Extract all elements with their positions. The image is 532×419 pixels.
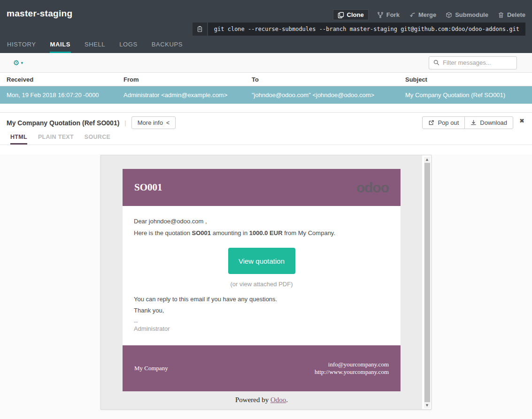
mail-table-header: Received From To Subject — [0, 73, 532, 86]
mail-toolbar: ⚙ ▾ Filter messages... — [0, 53, 532, 73]
column-from: From — [117, 76, 245, 83]
pop-out-icon — [428, 120, 434, 126]
viewer-header: My Company Quotation (Ref SO001) | More … — [0, 113, 532, 129]
git-clone-box: git clone --recurse-submodules --branch … — [193, 23, 525, 36]
scroll-up-icon[interactable]: ▲ — [426, 157, 428, 162]
tab-backups[interactable]: BACKUPS — [151, 37, 183, 53]
viewer-tabs: HTML PLAIN TEXT SOURCE — [0, 129, 532, 145]
search-icon — [433, 60, 439, 66]
cell-from: Administrator <admin@example.com> — [117, 91, 245, 99]
company-email: info@yourcompany.com — [328, 361, 389, 368]
company-website: http://www.yourcompany.com — [315, 368, 389, 375]
viewer-title: My Company Quotation (Ref SO001) — [7, 119, 119, 127]
scroll-thumb[interactable] — [424, 163, 430, 402]
cell-received: Mon, 19 Feb 2018 16:07:20 -0000 — [0, 91, 117, 99]
tab-source[interactable]: SOURCE — [85, 134, 110, 145]
signature-name: Administrator — [134, 325, 389, 332]
more-info-button[interactable]: More info < — [131, 116, 176, 129]
email-document: SO001 odoo Dear johndoe@odoo.com , Here … — [101, 155, 422, 409]
email-preview-area: SO001 odoo Dear johndoe@odoo.com , Here … — [0, 155, 532, 419]
email-body: Dear johndoe@odoo.com , Here is the quot… — [123, 206, 401, 345]
branch-header: master-staging Clone Fork Merge Submodul… — [0, 0, 532, 53]
reply-note: You can reply to this email if you have … — [134, 296, 389, 303]
thanks-line: Thank you, — [134, 307, 389, 314]
tab-mails[interactable]: MAILS — [50, 37, 71, 53]
pop-out-button[interactable]: Pop out — [422, 116, 465, 129]
odoo-link[interactable]: Odoo — [270, 396, 286, 404]
gear-icon: ⚙ — [13, 59, 19, 67]
download-button[interactable]: Download — [464, 116, 513, 129]
greeting-line: Dear johndoe@odoo.com , — [134, 218, 389, 225]
table-row[interactable]: Mon, 19 Feb 2018 16:07:20 -0000 Administ… — [0, 86, 532, 104]
tab-logs[interactable]: LOGS — [119, 37, 138, 53]
email-viewer: My Company Quotation (Ref SO001) | More … — [0, 112, 532, 419]
clone-button[interactable]: Clone — [333, 9, 369, 20]
column-received: Received — [0, 76, 117, 83]
fork-icon — [377, 12, 384, 18]
fork-button[interactable]: Fork — [377, 11, 400, 18]
signature-dashes: -- — [134, 318, 389, 325]
email-footer-banner: My Company info@yourcompany.com http://w… — [123, 345, 401, 391]
column-to: To — [245, 76, 399, 83]
cell-to: "johndoe@odoo.com" <johndoe@odoo.com> — [245, 91, 399, 99]
copy-to-clipboard-button[interactable] — [193, 23, 207, 36]
email-header-banner: SO001 odoo — [123, 169, 401, 206]
panel-scrollbar[interactable]: ▲ ▼ — [422, 155, 431, 409]
merge-button[interactable]: Merge — [409, 11, 436, 18]
settings-dropdown[interactable]: ⚙ ▾ — [13, 59, 23, 67]
chevron-left-icon: < — [166, 120, 170, 126]
order-reference: SO001 — [134, 182, 162, 193]
clone-icon — [338, 12, 344, 18]
delete-button[interactable]: Delete — [498, 11, 525, 18]
cell-subject: My Company Quotation (Ref SO001) — [399, 91, 532, 99]
tab-html[interactable]: HTML — [10, 134, 27, 145]
branch-actions: Clone Fork Merge Submodule Delete — [334, 11, 525, 18]
branch-title: master-staging — [7, 8, 72, 19]
filter-placeholder: Filter messages... — [443, 59, 491, 66]
clipboard-icon — [197, 26, 203, 32]
submodule-icon — [446, 12, 452, 18]
email-letter: SO001 odoo Dear johndoe@odoo.com , Here … — [123, 169, 401, 391]
company-contacts: info@yourcompany.com http://www.yourcomp… — [315, 361, 389, 376]
branch-tabs: HISTORY MAILS SHELL LOGS BACKUPS — [0, 37, 196, 53]
odoo-logo: odoo — [356, 180, 389, 196]
submodule-button[interactable]: Submodule — [446, 11, 488, 18]
viewer-actions: Pop out Download — [422, 116, 513, 129]
filter-messages-input[interactable]: Filter messages... — [429, 56, 517, 69]
delete-icon — [498, 12, 504, 18]
tab-shell[interactable]: SHELL — [84, 37, 106, 53]
view-quotation-button[interactable]: View quotation — [228, 248, 295, 274]
separator: | — [124, 119, 126, 126]
email-preview-panel: SO001 odoo Dear johndoe@odoo.com , Here … — [100, 155, 432, 410]
column-subject: Subject — [399, 76, 532, 83]
close-icon[interactable]: ✖ — [519, 117, 524, 124]
merge-icon — [409, 12, 416, 18]
mail-table: Received From To Subject Mon, 19 Feb 201… — [0, 73, 532, 112]
caret-down-icon: ▾ — [21, 61, 23, 65]
git-clone-command: git clone --recurse-submodules --branch … — [208, 23, 525, 36]
download-icon — [470, 120, 477, 126]
table-gap — [0, 104, 532, 112]
tab-history[interactable]: HISTORY — [7, 37, 37, 53]
quotation-line: Here is the quotation SO001 amounting in… — [134, 229, 389, 236]
powered-by: Powered by Odoo. — [101, 396, 422, 404]
tab-plain-text[interactable]: PLAIN TEXT — [38, 134, 74, 145]
pdf-note: (or view attached PDF) — [134, 281, 389, 288]
company-name: My Company — [134, 365, 168, 372]
scroll-down-icon[interactable]: ▼ — [426, 403, 428, 408]
